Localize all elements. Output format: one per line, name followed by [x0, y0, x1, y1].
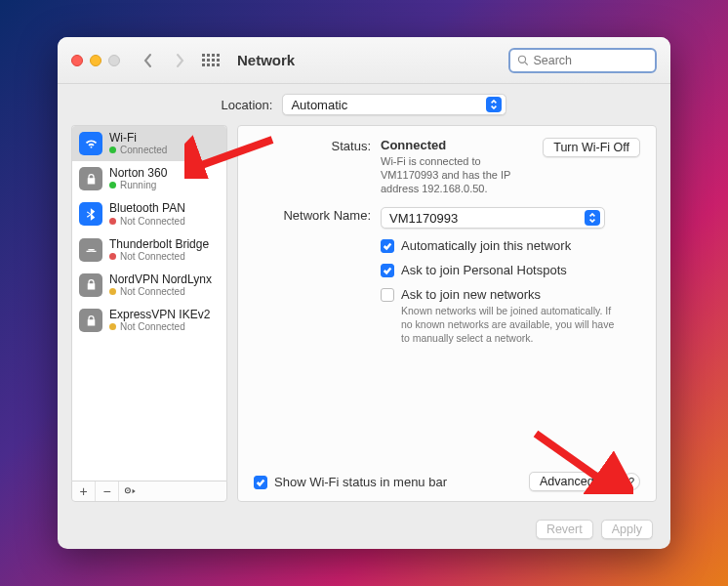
sidebar-item-label: NordVPN NordLynx	[109, 273, 212, 286]
status-dot-icon	[109, 182, 116, 188]
turn-wifi-off-button[interactable]: Turn Wi-Fi Off	[543, 138, 640, 157]
ask-new-networks-checkbox[interactable]: Ask to join new networks Known networks …	[381, 287, 640, 345]
svg-line-1	[525, 63, 528, 65]
personal-hotspots-checkbox[interactable]: Ask to join Personal Hotspots	[381, 263, 640, 277]
network-name-label: Network Name:	[254, 207, 371, 229]
search-field[interactable]	[508, 48, 657, 73]
status-value: Connected	[381, 138, 533, 152]
sidebar-item-nordvpn[interactable]: NordVPN NordLynx Not Connected	[72, 268, 226, 303]
zoom-icon	[108, 55, 120, 66]
checkbox-icon	[254, 476, 267, 489]
sidebar-toolbar: + −	[71, 481, 227, 502]
checkbox-icon	[381, 288, 394, 302]
lock-icon	[79, 273, 102, 297]
ask-new-description: Known networks will be joined automatica…	[401, 305, 616, 345]
thunderbolt-icon	[79, 238, 102, 262]
status-dot-icon	[109, 253, 116, 260]
sidebar-item-bluetooth[interactable]: Bluetooth PAN Not Connected	[72, 196, 226, 231]
sidebar-item-norton[interactable]: Norton 360 Running	[72, 161, 226, 196]
svg-point-3	[127, 490, 128, 491]
status-dot-icon	[109, 146, 116, 153]
minimize-icon[interactable]	[90, 55, 101, 66]
status-dot-icon	[109, 288, 116, 295]
chevron-updown-icon	[585, 210, 600, 226]
status-dot-icon	[109, 218, 116, 225]
status-label: Status:	[254, 138, 371, 195]
revert-button[interactable]: Revert	[536, 520, 593, 539]
remove-service-button[interactable]: −	[96, 481, 119, 501]
lock-icon	[79, 309, 102, 332]
back-button[interactable]	[138, 49, 159, 72]
show-all-icon[interactable]	[202, 54, 220, 66]
apply-button[interactable]: Apply	[601, 520, 653, 539]
auto-join-checkbox[interactable]: Automatically join this network	[381, 238, 640, 253]
service-sidebar: Wi-Fi Connected Norton 360 Running	[71, 125, 227, 502]
search-icon	[517, 54, 528, 66]
close-icon[interactable]	[71, 55, 83, 66]
sidebar-item-wifi[interactable]: Wi-Fi Connected	[72, 126, 226, 161]
window-title: Network	[237, 52, 295, 68]
bluetooth-icon	[79, 202, 102, 226]
detail-panel: Status: Connected Wi-Fi is connected to …	[237, 125, 657, 502]
forward-button[interactable]	[169, 49, 190, 72]
location-select[interactable]: Automatic	[282, 94, 506, 115]
wifi-icon	[79, 132, 102, 155]
sidebar-item-label: Thunderbolt Bridge	[109, 238, 209, 251]
sidebar-item-label: ExpressVPN IKEv2	[109, 309, 210, 321]
advanced-button[interactable]: Advanced...	[529, 472, 615, 491]
network-name-select[interactable]: VM1170993	[381, 207, 605, 229]
checkbox-icon	[381, 264, 394, 277]
network-name-value: VM1170993	[389, 211, 458, 226]
chevron-updown-icon	[486, 97, 502, 112]
network-prefpane-window: Network Location: Automatic	[58, 37, 670, 549]
help-button[interactable]: ?	[623, 473, 640, 490]
toolbar: Network	[58, 37, 670, 84]
traffic-lights	[71, 55, 120, 66]
location-row: Location: Automatic	[58, 84, 670, 125]
checkbox-icon	[381, 239, 394, 253]
service-list[interactable]: Wi-Fi Connected Norton 360 Running	[71, 125, 227, 481]
menubar-status-checkbox[interactable]: Show Wi-Fi status in menu bar	[254, 475, 521, 489]
main-area: Wi-Fi Connected Norton 360 Running	[58, 125, 670, 510]
sidebar-item-expressvpn[interactable]: ExpressVPN IKEv2 Not Connected	[72, 303, 226, 338]
location-label: Location:	[222, 98, 273, 112]
sidebar-item-thunderbolt[interactable]: Thunderbolt Bridge Not Connected	[72, 232, 226, 268]
status-dot-icon	[109, 323, 116, 330]
location-value: Automatic	[291, 98, 347, 112]
footer: Revert Apply	[58, 510, 670, 549]
status-description: Wi-Fi is connected to VM1170993 and has …	[381, 155, 533, 195]
sidebar-item-label: Bluetooth PAN	[109, 202, 185, 215]
service-actions-button[interactable]	[119, 481, 142, 501]
svg-point-0	[518, 56, 525, 63]
sidebar-item-label: Wi-Fi	[109, 132, 167, 145]
sidebar-item-label: Norton 360	[109, 167, 167, 180]
search-input[interactable]	[533, 54, 648, 67]
add-service-button[interactable]: +	[72, 481, 96, 501]
lock-icon	[79, 167, 102, 190]
